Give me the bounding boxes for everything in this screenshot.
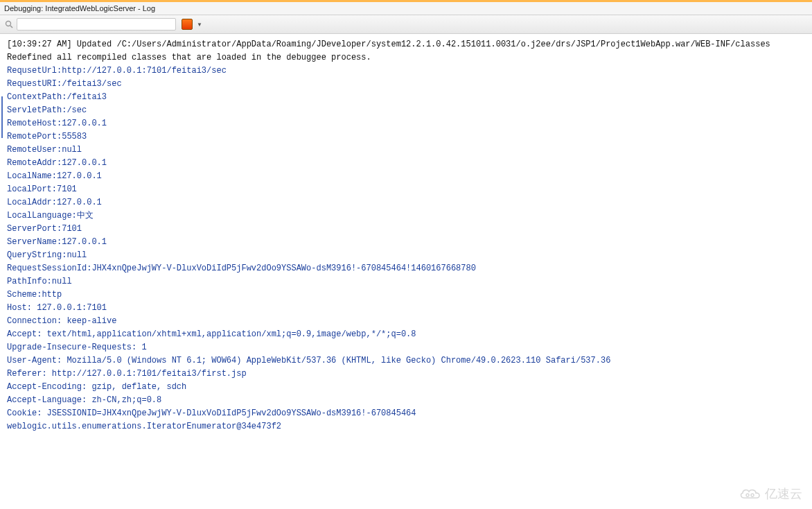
log-line: LocalAddr:127.0.0.1 — [7, 196, 808, 209]
stop-dropdown-icon[interactable]: ▼ — [197, 21, 202, 28]
svg-point-3 — [751, 494, 754, 497]
log-line: ServerName:127.0.0.1 — [7, 236, 808, 249]
log-line: RemoteHost:127.0.0.1 — [7, 117, 808, 130]
stop-button[interactable] — [182, 19, 193, 30]
log-line: ServerPort:7101 — [7, 223, 808, 236]
log-line: RemoteUser:null — [7, 144, 808, 157]
log-line: Upgrade-Insecure-Requests: 1 — [7, 341, 808, 354]
search-input[interactable] — [17, 18, 176, 31]
log-line: ContextPath:/feitai3 — [7, 91, 808, 104]
log-line: [10:39:27 AM] Updated /C:/Users/Administ… — [7, 38, 808, 51]
log-line: RequestURI:/feitai3/sec — [7, 78, 808, 91]
svg-point-0 — [6, 21, 11, 26]
log-line: Accept-Language: zh-CN,zh;q=0.8 — [7, 394, 808, 407]
gutter-marker — [1, 96, 3, 138]
log-line: LocalName:127.0.0.1 — [7, 170, 808, 183]
panel-title-row: Debugging: IntegratedWebLogicServer - Lo… — [0, 2, 812, 15]
log-line: Accept: text/html,application/xhtml+xml,… — [7, 328, 808, 341]
gutter — [0, 31, 3, 503]
log-line: Host: 127.0.0.1:7101 — [7, 302, 808, 315]
watermark: 亿速云 — [739, 485, 802, 502]
log-line: RequestSessionId:JHX4xnQpeJwjWY-V-DluxVo… — [7, 262, 808, 275]
log-line: User-Agent: Mozilla/5.0 (Windows NT 6.1;… — [7, 354, 808, 368]
log-output[interactable]: [10:39:27 AM] Updated /C:/Users/Administ… — [0, 34, 812, 438]
log-line: LocalLanguage:中文 — [7, 209, 808, 223]
log-line: RemotePort:55583 — [7, 130, 808, 144]
log-line: localPort:7101 — [7, 183, 808, 196]
log-line: RequsetUrl:http://127.0.0.1:7101/feitai3… — [7, 64, 808, 78]
log-line: Accept-Encoding: gzip, deflate, sdch — [7, 381, 808, 394]
cloud-icon — [739, 486, 762, 501]
search-icon — [4, 19, 14, 29]
log-line: Cookie: JSESSIONID=JHX4xnQpeJwjWY-V-Dlux… — [7, 407, 808, 420]
log-line: Scheme:http — [7, 288, 808, 302]
log-line: Connection: keep-alive — [7, 315, 808, 328]
log-toolbar: ▼ — [0, 15, 812, 34]
log-line: QueryString:null — [7, 249, 808, 262]
log-line: Referer: http://127.0.0.1:7101/feitai3/f… — [7, 368, 808, 381]
log-line: weblogic.utils.enumerations.IteratorEnum… — [7, 420, 808, 433]
panel-title: Debugging: IntegratedWebLogicServer - Lo… — [4, 4, 155, 12]
log-line: ServletPath:/sec — [7, 104, 808, 117]
watermark-text: 亿速云 — [765, 485, 802, 502]
log-line: PathInfo:null — [7, 275, 808, 288]
log-line: RemoteAddr:127.0.0.1 — [7, 157, 808, 170]
svg-line-1 — [10, 26, 12, 28]
log-line: Redefined all recompiled classes that ar… — [7, 51, 808, 64]
svg-point-2 — [746, 494, 749, 497]
